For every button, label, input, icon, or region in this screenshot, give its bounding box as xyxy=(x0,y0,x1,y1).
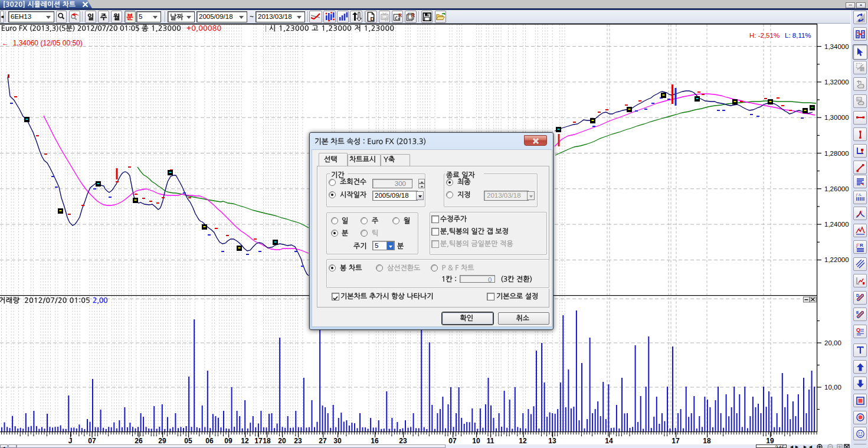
svg-text:17: 17 xyxy=(254,437,263,445)
svg-text:1,22000: 1,22000 xyxy=(824,256,849,263)
svg-text:f: f xyxy=(856,192,858,197)
svg-text:19: 19 xyxy=(766,437,774,445)
svg-text:1,32000: 1,32000 xyxy=(824,79,849,86)
svg-text:20,00: 20,00 xyxy=(824,339,841,346)
svg-text:06: 06 xyxy=(205,437,214,445)
svg-text:f: f xyxy=(861,210,863,215)
svg-text:09: 09 xyxy=(224,437,232,445)
svg-text:1,24000: 1,24000 xyxy=(824,221,849,228)
svg-text:1,26000: 1,26000 xyxy=(824,185,849,192)
svg-text:13: 13 xyxy=(548,437,556,445)
svg-text:1,28000: 1,28000 xyxy=(824,150,849,157)
svg-text:10,00: 10,00 xyxy=(824,384,841,391)
svg-text:J: J xyxy=(68,437,73,445)
svg-text:1,34000: 1,34000 xyxy=(824,43,849,50)
svg-text:R: R xyxy=(385,17,388,22)
svg-text:/L: /L xyxy=(859,193,862,197)
svg-text:P: P xyxy=(861,67,864,71)
svg-text:29: 29 xyxy=(158,437,166,445)
svg-text:07: 07 xyxy=(448,437,457,445)
svg-text:E: E xyxy=(856,310,859,315)
svg-text:05: 05 xyxy=(184,437,192,445)
svg-text:R: R xyxy=(860,243,863,248)
svg-text:10: 10 xyxy=(472,437,480,445)
svg-text:1,30000: 1,30000 xyxy=(824,114,849,121)
svg-text:23: 23 xyxy=(294,437,302,445)
svg-text:12: 12 xyxy=(519,437,527,445)
svg-text:Q: Q xyxy=(856,327,860,333)
svg-text:30: 30 xyxy=(333,437,342,445)
svg-text:R: R xyxy=(411,12,415,18)
svg-text:11: 11 xyxy=(487,437,494,445)
svg-text:18: 18 xyxy=(263,437,271,445)
svg-text:BIL: BIL xyxy=(857,98,862,102)
svg-text:27: 27 xyxy=(319,437,327,445)
svg-text:D: D xyxy=(856,293,859,297)
svg-text:12: 12 xyxy=(241,437,249,445)
svg-text:R: R xyxy=(398,12,402,18)
svg-text:16: 16 xyxy=(371,437,379,445)
svg-text:f/: f/ xyxy=(856,243,859,248)
svg-text:D: D xyxy=(371,15,375,22)
svg-text:20: 20 xyxy=(278,437,286,445)
svg-text:14: 14 xyxy=(605,437,613,445)
svg-text:18: 18 xyxy=(703,437,711,445)
svg-text:23: 23 xyxy=(399,437,407,445)
svg-text:07: 07 xyxy=(88,437,96,445)
svg-text:17: 17 xyxy=(672,437,680,445)
svg-text:26: 26 xyxy=(135,437,143,445)
